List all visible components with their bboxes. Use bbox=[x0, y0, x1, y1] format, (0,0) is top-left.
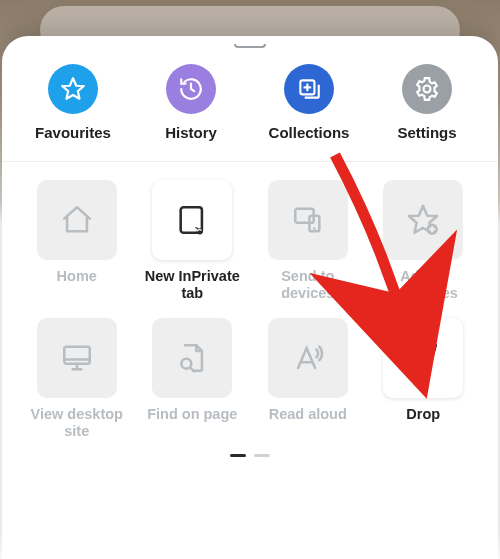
page-dot-active bbox=[230, 454, 246, 457]
svg-line-19 bbox=[190, 367, 194, 371]
top-shortcut-row: Favourites History Collections Settings bbox=[2, 58, 498, 162]
grid-label: New InPrivate tab bbox=[140, 268, 246, 304]
top-label: Collections bbox=[269, 124, 350, 141]
send-devices-icon bbox=[268, 180, 348, 260]
grid-label: Drop bbox=[406, 406, 440, 442]
top-item-favourites[interactable]: Favourites bbox=[14, 64, 132, 141]
action-grid: Home New InPrivate tab Send to devices A… bbox=[2, 162, 498, 450]
grid-item-drop[interactable]: Drop bbox=[371, 318, 477, 442]
svg-marker-0 bbox=[62, 78, 84, 99]
top-item-history[interactable]: History bbox=[132, 64, 250, 141]
svg-rect-14 bbox=[64, 347, 90, 364]
gear-icon bbox=[402, 64, 452, 114]
grid-item-send-devices[interactable]: Send to devices bbox=[255, 180, 361, 304]
top-item-settings[interactable]: Settings bbox=[368, 64, 486, 141]
top-label: History bbox=[165, 124, 217, 141]
grid-label: Send to devices bbox=[255, 268, 361, 304]
grid-label: Home bbox=[57, 268, 97, 304]
grid-label: View desktop site bbox=[24, 406, 130, 442]
grid-item-view-desktop[interactable]: View desktop site bbox=[24, 318, 130, 442]
grid-item-find-on-page[interactable]: Find on page bbox=[140, 318, 246, 442]
send-icon bbox=[383, 318, 463, 398]
grid-label: Find on page bbox=[147, 406, 237, 442]
top-label: Favourites bbox=[35, 124, 111, 141]
grid-item-home[interactable]: Home bbox=[24, 180, 130, 304]
find-icon bbox=[152, 318, 232, 398]
desktop-icon bbox=[37, 318, 117, 398]
page-indicator bbox=[2, 450, 498, 459]
star-icon bbox=[48, 64, 98, 114]
read-aloud-icon bbox=[268, 318, 348, 398]
grid-item-read-aloud[interactable]: Read aloud bbox=[255, 318, 361, 442]
page-dot bbox=[254, 454, 270, 457]
top-item-collections[interactable]: Collections bbox=[250, 64, 368, 141]
grid-item-add-favourites[interactable]: Add to favourites bbox=[371, 180, 477, 304]
grid-label: Read aloud bbox=[269, 406, 347, 442]
star-add-icon bbox=[383, 180, 463, 260]
sheet-grabber[interactable] bbox=[234, 44, 266, 48]
grid-label: Add to favourites bbox=[371, 268, 477, 304]
history-icon bbox=[166, 64, 216, 114]
collections-icon bbox=[284, 64, 334, 114]
inprivate-icon bbox=[152, 180, 232, 260]
top-label: Settings bbox=[397, 124, 456, 141]
svg-point-4 bbox=[424, 86, 431, 93]
menu-sheet: Favourites History Collections Settings bbox=[2, 36, 498, 559]
grid-item-new-inprivate[interactable]: New InPrivate tab bbox=[140, 180, 246, 304]
home-icon bbox=[37, 180, 117, 260]
